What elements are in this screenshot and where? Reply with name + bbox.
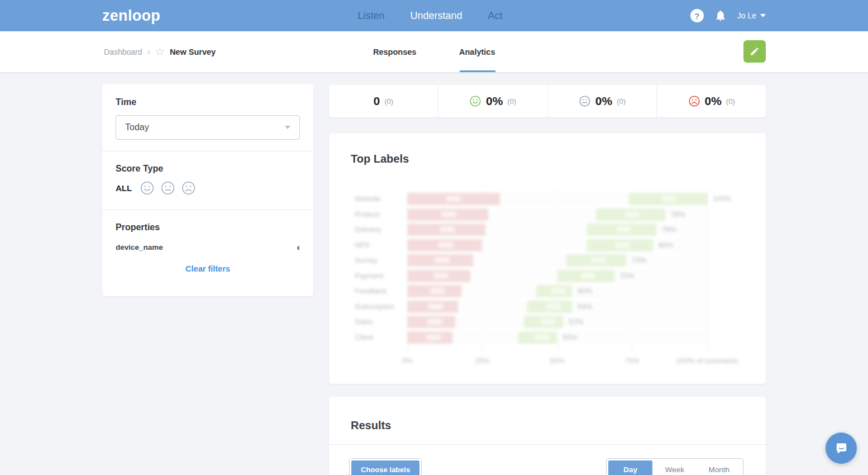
choose-labels-button[interactable]: Choose labels (351, 460, 419, 475)
percentage-label: 73% (632, 254, 646, 267)
favorite-star-icon[interactable]: ☆ (155, 46, 165, 57)
bar-track: 100% (407, 193, 707, 205)
percentage-label: 50% (563, 331, 578, 344)
category-label: Delivery (355, 224, 404, 236)
category-label: Survey (355, 254, 404, 267)
breadcrumb: Dashboard › ☆ New Survey (104, 31, 216, 72)
x-axis-tick: 75% (625, 357, 640, 365)
blurred-value-pill (581, 273, 595, 279)
time-range-value: Today (125, 122, 149, 132)
blurred-value-pill (616, 226, 631, 232)
blurred-value-pill (546, 303, 561, 310)
period-month[interactable]: Month (697, 460, 741, 475)
top-labels-title: Top Labels (351, 153, 409, 165)
blurred-value-pill (446, 196, 461, 202)
help-icon[interactable]: ? (690, 9, 704, 22)
neutral-smiley-filter-icon[interactable] (160, 180, 175, 196)
nav-item-understand[interactable]: Understand (410, 10, 462, 22)
blurred-value-pill (427, 319, 442, 325)
period-segmented-control: Day Week Month (606, 458, 743, 475)
category-label: Payment (355, 270, 404, 282)
time-filter-label: Time (116, 97, 300, 107)
edit-survey-button[interactable] (743, 40, 766, 63)
x-axis-tick: 100% of comments (676, 357, 738, 365)
positive-bar (587, 224, 656, 236)
time-filter-section: Time Today (102, 84, 313, 151)
category-label: Product (355, 208, 404, 221)
time-range-select[interactable]: Today (116, 115, 300, 140)
property-name-label: device_name (116, 243, 163, 251)
bar-track: 54% (407, 301, 707, 313)
blurred-value-pill (430, 288, 445, 294)
happy-smiley-filter-icon[interactable] (140, 180, 155, 196)
negative-bar (407, 331, 452, 344)
tab-responses[interactable]: Responses (373, 31, 416, 72)
x-axis-tick: 0% (402, 357, 413, 365)
user-menu[interactable]: Jo Le (737, 11, 766, 20)
nav-item-act[interactable]: Act (488, 10, 503, 22)
notifications-bell-icon[interactable] (714, 10, 727, 22)
x-axis-tick: 50% (550, 357, 564, 365)
survey-title: New Survey (170, 48, 216, 56)
breadcrumb-separator-icon: › (147, 47, 150, 57)
chart-row: NPS80% (329, 239, 766, 251)
category-label: Feedback (355, 285, 404, 297)
blurred-value-pill (662, 196, 676, 202)
chart-row: Payment70% (329, 270, 766, 282)
zenloop-logo[interactable]: zenloop (102, 7, 160, 25)
happy-smiley-icon (469, 95, 481, 107)
blurred-value-pill (551, 288, 566, 294)
blurred-value-pill (441, 211, 456, 217)
pencil-icon (750, 46, 760, 56)
category-label: NPS (355, 239, 404, 251)
category-label: Sales (355, 316, 404, 328)
blurred-value-pill (428, 303, 443, 310)
bar-track: 60% (407, 285, 707, 297)
period-day[interactable]: Day (608, 460, 652, 475)
results-title: Results (351, 419, 391, 432)
bar-track: 52% (407, 316, 707, 328)
period-week[interactable]: Week (652, 460, 697, 475)
blurred-value-pill (438, 242, 453, 248)
chat-icon (834, 441, 849, 456)
positive-bar (536, 285, 572, 297)
stat-promoters-count: (0) (507, 97, 516, 106)
nav-item-listen[interactable]: Listen (357, 10, 384, 22)
positive-bar (587, 239, 653, 251)
chevron-down-icon (285, 126, 290, 129)
properties-label: Properties (116, 222, 300, 232)
negative-bar (407, 301, 458, 313)
stat-passives: 0% (0) (548, 85, 657, 117)
blurred-value-pill (440, 226, 455, 232)
score-type-all-option[interactable]: ALL (116, 183, 132, 193)
primary-nav: Listen Understand Act (357, 0, 502, 31)
filters-panel: Time Today Score Type ALL Properties dev… (102, 84, 313, 296)
chevron-down-icon (760, 14, 766, 17)
score-type-options: ALL (116, 180, 300, 196)
nav-right-cluster: ? Jo Le (690, 0, 766, 31)
chart-row: Delivery78% (329, 224, 766, 236)
positive-bar (566, 254, 626, 267)
property-device-name[interactable]: device_name ‹ (116, 243, 300, 252)
percentage-label: 60% (578, 285, 592, 297)
chevron-left-icon[interactable]: ‹ (297, 243, 300, 252)
category-label: Client (355, 331, 404, 344)
clear-filters-link[interactable]: Clear filters (116, 264, 300, 273)
stat-total-value: 0 (374, 94, 380, 108)
chat-launcher-button[interactable] (826, 433, 857, 464)
positive-bar (518, 331, 557, 344)
stat-detractors: 0% (0) (657, 85, 766, 117)
category-label: Website (355, 193, 404, 205)
chart-row: Feedback60% (329, 285, 766, 297)
score-stats-strip: 0 (0) 0% (0) 0% (0) 0% (0) (329, 85, 766, 117)
positive-bar (527, 301, 573, 313)
blurred-value-pill (433, 273, 448, 279)
percentage-label: 78% (671, 208, 685, 221)
breadcrumb-dashboard-link[interactable]: Dashboard (104, 48, 142, 56)
results-divider (329, 444, 766, 445)
sad-smiley-filter-icon[interactable] (181, 180, 196, 196)
tab-analytics[interactable]: Analytics (459, 31, 495, 72)
bar-track: 78% (407, 224, 707, 236)
stat-passives-count: (0) (617, 97, 626, 106)
blurred-value-pill (426, 334, 441, 340)
